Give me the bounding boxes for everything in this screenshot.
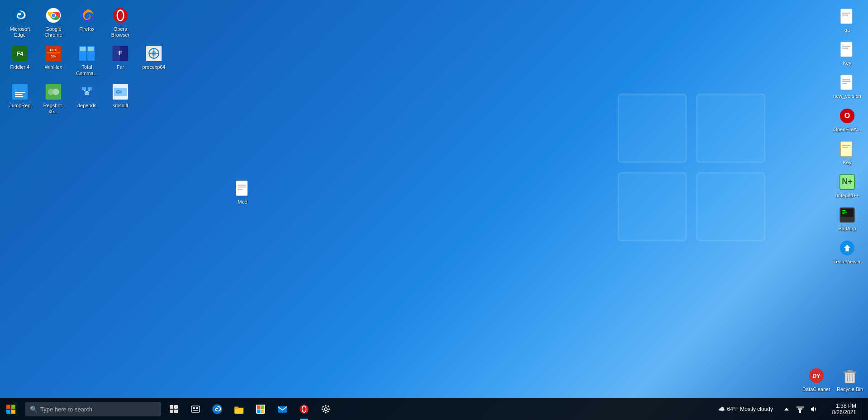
desktop-icons-right: qa Key new_versio [826,0,868,272]
svg-rect-73 [842,212,847,213]
svg-rect-91 [174,410,178,413]
clock-time: 1:38 PM [836,403,856,409]
desktop-icon-procexp[interactable]: procexp64 [138,42,170,79]
desktop-icon-qa[interactable]: qa [831,5,863,36]
tray-network[interactable] [794,403,806,415]
taskbar-weather[interactable]: ☁️ 64°F Mostly cloudy [715,406,777,412]
desktop-icon-regshot[interactable]: Regshot-x6... [37,80,70,117]
far-label: Far [117,64,124,70]
svg-rect-95 [193,410,198,411]
svg-line-83 [852,374,853,381]
svg-rect-102 [257,410,261,413]
svg-rect-113 [322,406,324,408]
mod-label: Mod [238,199,247,205]
desktop-icon-jumpreg[interactable]: ↑ JumpReg [4,80,36,117]
svg-text:↑: ↑ [15,88,17,92]
desktop-icon-firefox[interactable]: Firefox [71,4,103,41]
show-desktop-button[interactable] [862,398,864,420]
desktop-icon-recycle-bin[interactable]: Recycle Bin [834,364,866,395]
desktop-icon-newversion[interactable]: new_version [831,71,863,102]
svg-rect-93 [193,407,195,409]
svg-point-47 [119,90,122,93]
svg-rect-74 [842,214,844,215]
winhex-label: WinHex [45,64,62,70]
svg-rect-98 [234,407,238,409]
svg-point-37 [52,89,59,95]
taskbar-settings[interactable] [315,398,337,420]
svg-rect-33 [15,94,22,95]
svg-rect-41 [85,92,89,95]
depends-label: depends [77,103,96,109]
desktop-icon-key2[interactable]: Key [831,137,863,168]
desktop-icon-datacleaner[interactable]: DY DataCleaner [800,364,833,395]
svg-rect-3 [697,173,765,241]
svg-rect-109 [325,405,327,407]
taskbar-right: ☁️ 64°F Mostly cloudy [715,398,868,420]
desktop-icon-teamviewer[interactable]: TeamViewer [831,236,863,267]
tray-volume[interactable] [807,403,820,415]
fiddler-label: Fiddler 4 [10,64,30,70]
svg-rect-90 [170,410,173,413]
svg-rect-110 [325,412,327,414]
svg-text:O: O [844,111,850,119]
svg-rect-2 [619,173,687,241]
taskbar-opera[interactable] [293,398,315,420]
tray-chevron[interactable] [780,403,793,415]
taskbar-search[interactable]: 🔍 [25,402,161,416]
svg-rect-59 [841,75,852,90]
regshot-label: Regshot-x6... [39,103,68,115]
desktop-icon-edge[interactable]: Microsoft Edge [4,4,36,41]
taskbar-edge[interactable] [206,398,228,420]
badapp-label: BadApp [838,226,856,232]
svg-rect-0 [619,95,687,162]
svg-text:5%: 5% [51,54,56,58]
taskbar-store[interactable] [250,398,272,420]
jumpreg-label: JumpReg [9,103,30,109]
svg-rect-85 [11,405,15,409]
svg-rect-72 [842,210,845,211]
desktop-icon-mod[interactable]: Mod [226,177,259,208]
firefox-label: Firefox [79,26,95,32]
svg-rect-39 [82,87,86,90]
windows-logo-watermark [615,91,768,244]
chrome-label: Google Chrome [39,26,68,38]
taskbar-file-explorer[interactable] [228,398,250,420]
weather-text: 64°F Mostly cloudy [727,406,773,412]
desktop-icon-key1[interactable]: Key [831,38,863,69]
svg-rect-111 [322,409,324,410]
key2-label: Key [843,160,852,166]
desktop-icon-openfile[interactable]: O OpenFileA... [831,104,863,135]
svg-rect-40 [88,87,92,90]
svg-rect-89 [174,405,178,409]
svg-rect-118 [799,410,801,413]
svg-text:HEX: HEX [50,48,57,52]
svg-text:F: F [119,49,123,57]
desktop-icon-far[interactable]: F Far [104,42,137,79]
datacleaner-label: DataCleaner [802,387,830,392]
svg-rect-112 [329,409,330,410]
svg-rect-32 [15,92,25,93]
taskbar-mail[interactable] [272,398,293,420]
desktop-icon-fiddler[interactable]: F4 Fiddler 4 [4,42,36,79]
desktop: Microsoft Edge Google Chrome [0,0,868,420]
system-tray [778,398,822,420]
desktop-icon-winhex[interactable]: HEX 5% WinHex [37,42,70,79]
desktop-icon-depends[interactable]: depends [71,80,103,117]
taskbar-task-view[interactable] [163,398,185,420]
start-button[interactable] [0,398,22,420]
desktop-icon-chrome[interactable]: Google Chrome [37,4,70,41]
svg-rect-101 [261,406,265,409]
bottom-right-icons: DY DataCleaner Recycle Bin [800,364,866,395]
desktop-icon-notepadpp[interactable]: N+ notepad++ [831,170,863,201]
search-input[interactable] [40,406,157,413]
svg-rect-20 [80,47,86,51]
svg-rect-16 [47,52,60,54]
taskbar-clock[interactable]: 1:38 PM 8/26/2021 [824,398,860,420]
openfile-label: OpenFileA... [833,127,861,133]
desktop-icon-smsniff[interactable]: smsniff [104,80,137,117]
svg-rect-116 [327,406,329,408]
desktop-icon-totalcmd[interactable]: Total Comma... [71,42,103,79]
desktop-icon-badapp[interactable]: BadApp [831,203,863,234]
taskbar-widgets[interactable] [185,398,206,420]
desktop-icon-opera[interactable]: Opera Browser [104,4,137,41]
